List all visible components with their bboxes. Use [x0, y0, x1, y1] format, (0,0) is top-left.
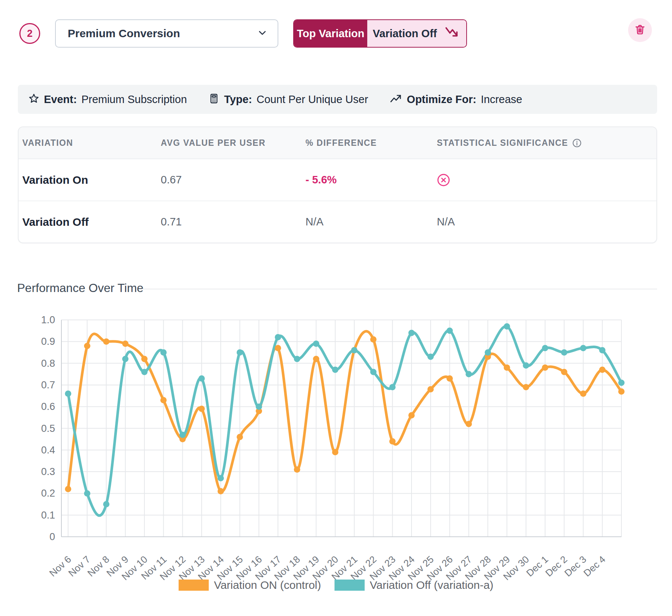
not-significant-icon [437, 173, 656, 187]
x-axis-labels: Nov 6Nov 7Nov 8Nov 9Nov 10Nov 11Nov 12No… [47, 554, 607, 582]
metric-summary-bar: Event: Premium Subscription Type: Count … [18, 85, 657, 114]
svg-text:0.5: 0.5 [41, 423, 55, 434]
legend-item[interactable]: Variation Off (variation-a) [335, 579, 493, 591]
difference-value: N/A [305, 216, 437, 228]
toggle-top-variation-label: Top Variation [297, 28, 365, 40]
type-group: Type: Count Per Unique User [208, 93, 368, 106]
svg-text:Dec 1: Dec 1 [524, 554, 550, 579]
toggle-top-variation[interactable]: Top Variation [294, 20, 367, 47]
svg-text:Nov 7: Nov 7 [66, 554, 93, 579]
trending-down-icon [444, 26, 461, 41]
avg-value: 0.71 [161, 216, 305, 228]
column-header: AVG VALUE PER USER [161, 138, 305, 148]
svg-text:Nov 8: Nov 8 [85, 554, 112, 579]
variation-toggle: Top Variation Variation Off [293, 19, 467, 48]
section-divider [142, 289, 657, 289]
avg-value: 0.67 [161, 174, 305, 186]
svg-text:0.1: 0.1 [41, 510, 55, 521]
svg-text:Dec 4: Dec 4 [581, 554, 608, 579]
event-group: Event: Premium Subscription [28, 93, 187, 106]
metric-dropdown-value: Premium Conversion [68, 27, 180, 40]
svg-text:0.9: 0.9 [41, 336, 55, 347]
svg-text:0.2: 0.2 [41, 488, 55, 499]
svg-text:0.3: 0.3 [41, 466, 55, 477]
event-label: Event: [44, 93, 77, 106]
chevron-down-icon [257, 28, 267, 39]
optimize-value: Increase [481, 93, 522, 106]
table-row: Variation Off0.71N/AN/A [19, 200, 656, 243]
calculator-icon [208, 93, 220, 106]
svg-text:Dec 2: Dec 2 [543, 554, 570, 579]
delete-metric-button[interactable] [628, 18, 652, 42]
legend-swatch [335, 580, 365, 591]
column-header: VARIATION [22, 138, 161, 148]
svg-text:0.7: 0.7 [41, 379, 55, 391]
legend-label: Variation ON (control) [214, 579, 321, 591]
metric-select-dropdown[interactable]: Premium Conversion [55, 19, 278, 48]
svg-text:Dec 3: Dec 3 [562, 554, 589, 579]
legend-label: Variation Off (variation-a) [370, 579, 493, 591]
variation-name: Variation On [22, 174, 161, 186]
column-header: % DIFFERENCE [305, 138, 437, 148]
table-row: Variation On0.67- 5.6% [19, 159, 656, 200]
star-icon [28, 93, 39, 106]
experiment-metric-panel: 2 Premium Conversion Top Variation Varia… [0, 0, 672, 616]
toggle-variation-off-label: Variation Off [373, 28, 437, 40]
chart-legend: Variation ON (control)Variation Off (var… [0, 579, 672, 591]
legend-item[interactable]: Variation ON (control) [179, 579, 321, 591]
legend-swatch [179, 580, 209, 591]
section-title: Performance Over Time [17, 281, 144, 295]
svg-text:1.0: 1.0 [41, 314, 55, 325]
svg-text:0.6: 0.6 [41, 401, 55, 412]
optimize-label: Optimize For: [407, 93, 476, 106]
variation-name: Variation Off [22, 216, 161, 228]
significance-value: N/A [437, 216, 656, 228]
column-header: STATISTICAL SIGNIFICANCE [437, 138, 656, 148]
optimize-group: Optimize For: Increase [390, 93, 522, 106]
info-icon[interactable] [572, 138, 582, 148]
y-axis-labels: 1.00.90.80.70.60.50.40.30.20.10 [41, 314, 55, 542]
svg-text:0: 0 [49, 531, 55, 542]
trending-up-icon [390, 93, 402, 106]
event-value: Premium Subscription [81, 93, 187, 106]
trash-icon [634, 23, 646, 37]
difference-value: - 5.6% [305, 174, 437, 186]
results-table-header: VARIATIONAVG VALUE PER USER% DIFFERENCES… [19, 127, 656, 159]
svg-text:0.4: 0.4 [41, 445, 55, 456]
toggle-variation-off[interactable]: Variation Off [367, 20, 466, 47]
svg-text:0.8: 0.8 [41, 358, 55, 369]
series-line-variation-off [68, 326, 621, 516]
performance-chart: 1.00.90.80.70.60.50.40.30.20.10Nov 6Nov … [0, 309, 672, 606]
type-value: Count Per Unique User [257, 93, 368, 106]
type-label: Type: [224, 93, 252, 106]
results-table: VARIATIONAVG VALUE PER USER% DIFFERENCES… [18, 126, 657, 243]
metric-index-badge: 2 [19, 23, 40, 44]
svg-text:Nov 6: Nov 6 [47, 554, 73, 579]
